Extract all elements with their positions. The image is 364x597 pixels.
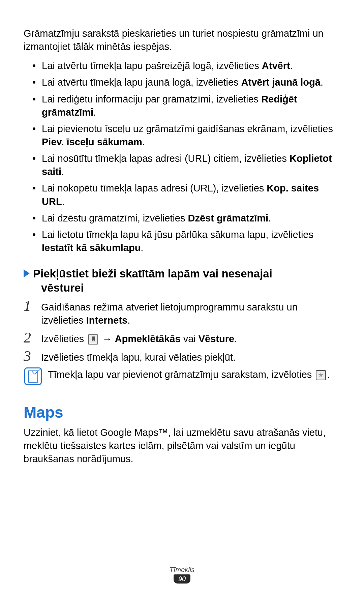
- bookmark-icon: [88, 334, 98, 345]
- subheading: Piekļūstiet bieži skatītām lapām vai nes…: [24, 267, 340, 295]
- step-text: Izvēlieties tīmekļa lapu, kurai vēlaties…: [41, 349, 236, 364]
- step-number: 1: [24, 299, 41, 314]
- list-item: Lai atvērtu tīmekļa lapu pašreizējā logā…: [32, 59, 340, 72]
- step-item: 1 Gaidīšanas režīmā atveriet lietojumpro…: [24, 299, 340, 327]
- page-number: 90: [174, 574, 190, 584]
- list-item: Lai lietotu tīmekļa lapu kā jūsu pārlūka…: [32, 228, 340, 255]
- note-icon: [24, 367, 42, 385]
- step-item: 2 Izvēlieties → Apmeklētākās vai Vēsture…: [24, 330, 340, 346]
- steps-list: 1 Gaidīšanas režīmā atveriet lietojumpro…: [24, 299, 340, 364]
- list-item: Lai pievienotu īsceļu uz grāmatzīmi gaid…: [32, 122, 340, 149]
- step-item: 3 Izvēlieties tīmekļa lapu, kurai vēlati…: [24, 349, 340, 364]
- bookmark-options-list: Lai atvērtu tīmekļa lapu pašreizējā logā…: [32, 59, 340, 255]
- star-icon: [316, 370, 326, 380]
- chevron-right-icon: [24, 269, 30, 277]
- intro-paragraph: Grāmatzīmju sarakstā pieskarieties un tu…: [24, 27, 340, 53]
- list-item: Lai nosūtītu tīmekļa lapas adresi (URL) …: [32, 152, 340, 178]
- list-item: Lai rediģētu informāciju par grāmatzīmi,…: [32, 93, 340, 119]
- note-block: Tīmekļa lapu var pievienot grāmatzīmju s…: [24, 367, 340, 385]
- page-footer: Tīmeklis 90: [0, 566, 364, 584]
- step-number: 3: [24, 349, 41, 364]
- footer-section-label: Tīmeklis: [0, 566, 364, 574]
- list-item: Lai dzēstu grāmatzīmi, izvēlieties Dzēst…: [32, 212, 340, 225]
- step-text: Gaidīšanas režīmā atveriet lietojumprogr…: [41, 299, 340, 327]
- note-text: Tīmekļa lapu var pievienot grāmatzīmju s…: [48, 367, 330, 381]
- maps-paragraph: Uzziniet, kā lietot Google Maps™, lai uz…: [24, 426, 340, 466]
- step-text: Izvēlieties → Apmeklētākās vai Vēsture.: [41, 330, 237, 346]
- list-item: Lai nokopētu tīmekļa lapas adresi (URL),…: [32, 182, 340, 208]
- section-title-maps: Maps: [24, 403, 340, 421]
- list-item: Lai atvērtu tīmekļa lapu jaunā logā, izv…: [32, 76, 340, 89]
- step-number: 2: [24, 330, 41, 345]
